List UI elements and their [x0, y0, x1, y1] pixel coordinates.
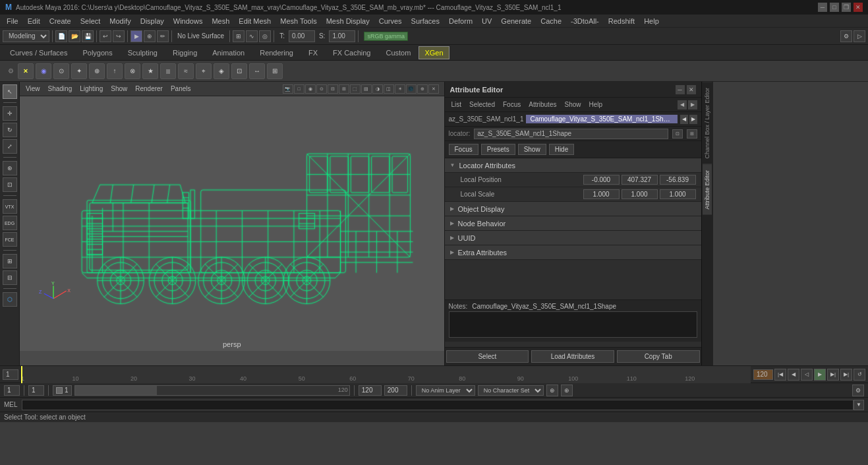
menu-mesh-tools[interactable]: Mesh Tools [276, 16, 320, 26]
vp-display-icon[interactable]: ▤ [361, 84, 372, 94]
ae-local-pos-x[interactable]: -0.000 [583, 175, 620, 185]
ae-copy-tab-button[interactable]: Copy Tab [617, 350, 700, 363]
prev-frame-button[interactable]: ◀ [788, 369, 799, 381]
frame-field-1[interactable] [4, 385, 20, 396]
go-to-end-button[interactable]: ▶| [840, 369, 852, 381]
restore-button[interactable]: ❐ [842, 3, 851, 12]
minimize-button[interactable]: ─ [818, 3, 827, 12]
edge-mode-button[interactable]: EDG [3, 216, 17, 230]
ae-local-pos-z[interactable]: -56.839 [660, 175, 696, 185]
window-controls[interactable]: ─ □ ❐ ✕ [818, 3, 863, 12]
tab-custom[interactable]: Custom [379, 46, 419, 59]
frame-start-input[interactable] [3, 369, 18, 380]
play-forward-button[interactable]: ▶ [814, 369, 826, 381]
vp-aa-icon[interactable]: ⊕ [417, 84, 428, 94]
vp-shading-icon[interactable]: ◑ [372, 84, 383, 94]
menu-display[interactable]: Display [136, 16, 168, 26]
vp-isolate-icon[interactable]: ⊙ [316, 84, 327, 94]
anim-end-field[interactable] [359, 385, 382, 396]
ae-locator-input[interactable] [474, 129, 668, 139]
vp-xray-icon[interactable]: ✕ [428, 84, 439, 94]
shelf-xgen-icon7[interactable]: ⊗ [125, 63, 140, 79]
char-set-icon[interactable]: ⊕ [561, 385, 573, 396]
ae-local-pos-y[interactable]: 407.327 [622, 175, 658, 185]
loop-button[interactable]: ↺ [854, 369, 865, 381]
play-back-button[interactable]: ◁ [801, 369, 813, 381]
ae-prev-arrow[interactable]: ◀ [678, 100, 687, 109]
menu-deform[interactable]: Deform [445, 16, 477, 26]
menu-edit-mesh[interactable]: Edit Mesh [235, 16, 275, 26]
ae-nav-show[interactable]: Show [562, 100, 583, 109]
menu-cache[interactable]: Cache [536, 16, 565, 26]
anim-layer-selector[interactable]: No Anim Layer [416, 385, 475, 396]
tab-curves-surfaces[interactable]: Curves / Surfaces [3, 46, 74, 59]
xgen-brush-button[interactable]: ⬡ [3, 292, 17, 307]
menu-windows[interactable]: Windows [169, 16, 207, 26]
ae-local-scale-x[interactable]: 1.000 [583, 189, 620, 199]
ae-locator-icon1[interactable]: ⊡ [672, 129, 683, 139]
vp-texture-icon[interactable]: ◫ [384, 84, 394, 94]
menu-modify[interactable]: Modify [105, 16, 134, 26]
ae-section-node-behavior[interactable]: ▶ Node Behavior [445, 216, 701, 231]
ae-node-prev[interactable]: ◀ [680, 115, 688, 124]
menu-curves[interactable]: Curves [375, 16, 406, 26]
show-menu[interactable]: Show [107, 84, 130, 94]
render-button[interactable]: ▷ [854, 30, 865, 42]
go-to-start-button[interactable]: |◀ [774, 369, 786, 381]
frame-field-2[interactable] [28, 385, 44, 396]
channel-box-tab[interactable]: Channel Box / Layer Editor [703, 82, 712, 164]
ae-next-arrow[interactable]: ▶ [688, 100, 697, 109]
ae-select-button[interactable]: Select [446, 350, 529, 363]
ae-close-icon[interactable]: ✕ [687, 85, 696, 94]
timeline-playhead[interactable] [21, 366, 22, 383]
attribute-editor-tab[interactable]: Attribute Editor [703, 164, 712, 215]
shelf-xgen-icon2[interactable]: ◉ [36, 63, 51, 79]
close-button[interactable]: ✕ [854, 3, 863, 12]
menu-surfaces[interactable]: Surfaces [407, 16, 444, 26]
vp-show-icon[interactable]: ◉ [305, 84, 316, 94]
shelf-xgen-icon15[interactable]: ⊞ [267, 63, 283, 79]
shelf-xgen-icon8[interactable]: ★ [142, 63, 158, 79]
cmd-lang-label[interactable]: MEL [4, 401, 22, 408]
menu-create[interactable]: Create [45, 16, 75, 26]
snap-to-point-button[interactable]: ◎ [259, 30, 271, 42]
ae-local-scale-y[interactable]: 1.000 [622, 189, 658, 199]
tab-xgen[interactable]: XGen [419, 46, 449, 59]
vp-lighting-icon[interactable]: ☀ [395, 84, 405, 94]
vp-resolution-icon[interactable]: ⊟ [328, 84, 338, 94]
mode-selector[interactable]: Modeling [3, 30, 49, 42]
shelf-xgen-icon3[interactable]: ⊙ [53, 63, 69, 79]
tab-rigging[interactable]: Rigging [165, 46, 204, 59]
maximize-button[interactable]: □ [830, 3, 839, 12]
ae-node-value[interactable]: Camouflage_Vityaz_S_350E_SAM_ncl1_1Shape [526, 115, 677, 123]
snap-to-grid-button[interactable]: ⊞ [233, 30, 245, 42]
shelf-xgen-icon9[interactable]: ||| [160, 63, 176, 79]
show-manip-button[interactable]: ⊡ [3, 177, 17, 192]
menu-edit[interactable]: Edit [24, 16, 44, 26]
lighting-menu[interactable]: Lighting [76, 84, 106, 94]
shelf-xgen-icon13[interactable]: ⊡ [231, 63, 247, 79]
move-tool-button[interactable]: ✛ [3, 106, 17, 121]
ae-hide-button[interactable]: Hide [549, 144, 575, 155]
menu-select[interactable]: Select [76, 16, 105, 26]
anim-layer-icon[interactable]: ⊕ [546, 385, 558, 396]
shelf-xgen-icon5[interactable]: ⊕ [89, 63, 105, 79]
shelf-xgen-icon11[interactable]: ⌖ [196, 63, 212, 79]
ae-notes-textarea[interactable] [449, 311, 697, 338]
ae-minimize-icon[interactable]: ─ [676, 85, 685, 94]
ae-section-uuid[interactable]: ▶ UUID [445, 231, 701, 245]
ae-section-object-display[interactable]: ▶ Object Display [445, 202, 701, 216]
shelf-xgen-icon4[interactable]: ✦ [71, 63, 87, 79]
layout-button[interactable]: ⊟ [3, 270, 17, 285]
grid-button[interactable]: ⊞ [3, 254, 17, 268]
cmd-history-button[interactable]: ▼ [854, 400, 864, 410]
translate-field[interactable] [289, 30, 315, 42]
menu-mesh-display[interactable]: Mesh Display [322, 16, 374, 26]
vp-camera-icon[interactable]: 📷 [283, 84, 293, 94]
tab-animation[interactable]: Animation [205, 46, 252, 59]
ae-nav-help[interactable]: Help [586, 100, 605, 109]
tab-rendering[interactable]: Rendering [252, 46, 301, 59]
ae-node-next[interactable]: ▶ [689, 115, 697, 124]
paint-sel-button[interactable]: ✏ [157, 30, 169, 42]
redo-button[interactable]: ↪ [113, 30, 125, 42]
